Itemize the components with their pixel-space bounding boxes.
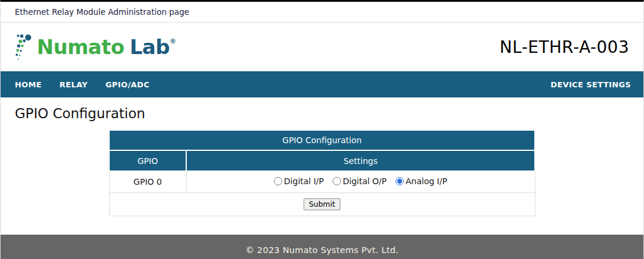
nav-item-gpio-adc[interactable]: GPIO/ADC — [106, 80, 149, 89]
page-footer: © 2023 Numato Systems Pvt. Ltd. — [1, 235, 643, 259]
page-title: GPIO Configuration — [15, 106, 643, 121]
nav-left-group: HOME RELAY GPIO/ADC — [15, 80, 149, 89]
main-nav: HOME RELAY GPIO/ADC DEVICE SETTINGS — [1, 71, 643, 97]
radio-option-digital-op[interactable]: Digital O/P — [333, 176, 387, 186]
column-header-gpio: GPIO — [109, 150, 186, 171]
submit-button[interactable]: Submit — [304, 198, 340, 210]
gpio-radio[interactable] — [333, 177, 341, 185]
radio-option-digital-ip[interactable]: Digital I/P — [274, 176, 324, 186]
brand-header: NumatoLab® NL-ETHR-A-003 — [1, 23, 643, 71]
content-area: GPIO Configuration GPIO Configuration GP… — [1, 106, 643, 235]
table-title: GPIO Configuration — [109, 130, 535, 150]
submit-row: Submit — [109, 192, 535, 216]
radio-label: Analog I/P — [406, 176, 447, 186]
radio-option-analog-ip[interactable]: Analog I/P — [396, 176, 447, 186]
radio-label: Digital O/P — [343, 176, 387, 186]
table-row: GPIO 0 Digital I/P Digital O/P Analog I/… — [109, 171, 535, 192]
window-title: Ethernet Relay Module Administration pag… — [15, 7, 189, 17]
radio-label: Digital I/P — [284, 176, 324, 186]
logo-text-numato: Numato — [37, 35, 125, 59]
numato-lab-logo: NumatoLab® — [15, 33, 176, 61]
logo-dots-icon — [15, 33, 33, 61]
logo-wordmark: NumatoLab® — [37, 37, 176, 57]
logo-text-lab: Lab — [130, 35, 170, 59]
registered-trademark-symbol: ® — [170, 37, 176, 45]
nav-item-home[interactable]: HOME — [15, 80, 42, 89]
nav-item-relay[interactable]: RELAY — [59, 80, 87, 89]
gpio-name-cell: GPIO 0 — [109, 171, 186, 192]
copyright-text: © 2023 Numato Systems Pvt. Ltd. — [246, 245, 398, 255]
page: Ethernet Relay Module Administration pag… — [0, 0, 644, 259]
device-model-number: NL-ETHR-A-003 — [500, 37, 629, 57]
nav-item-device-settings[interactable]: DEVICE SETTINGS — [550, 80, 631, 89]
gpio-radio[interactable] — [396, 177, 404, 185]
gpio-configuration-table: GPIO Configuration GPIO Settings GPIO 0 … — [109, 130, 535, 216]
window-title-bar: Ethernet Relay Module Administration pag… — [1, 2, 643, 23]
gpio-radio[interactable] — [274, 177, 282, 185]
gpio-settings-cell: Digital I/P Digital O/P Analog I/P — [186, 171, 535, 192]
column-header-settings: Settings — [186, 150, 535, 171]
gpio0-mode-radio-group: Digital I/P Digital O/P Analog I/P — [274, 176, 447, 186]
